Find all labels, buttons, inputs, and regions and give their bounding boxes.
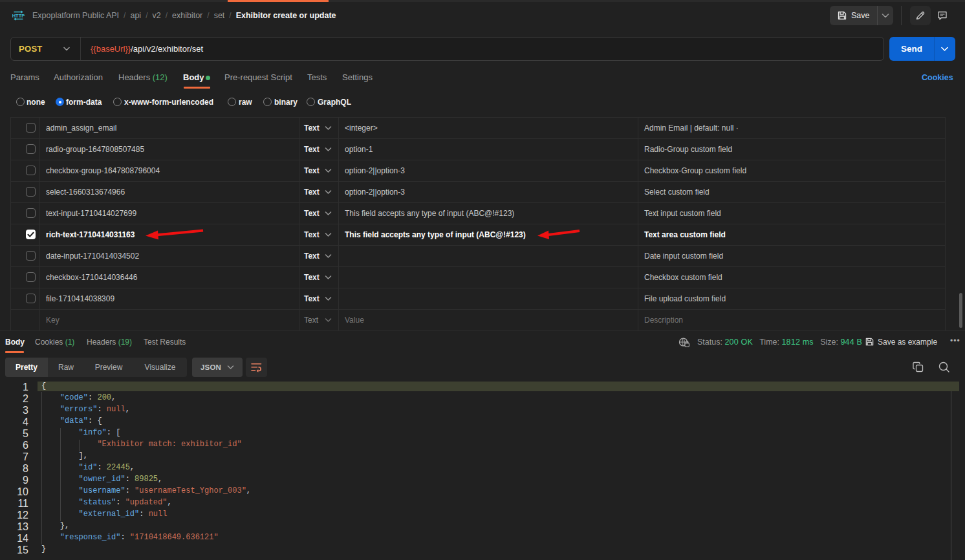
svg-text:HTTP: HTTP: [12, 13, 25, 19]
